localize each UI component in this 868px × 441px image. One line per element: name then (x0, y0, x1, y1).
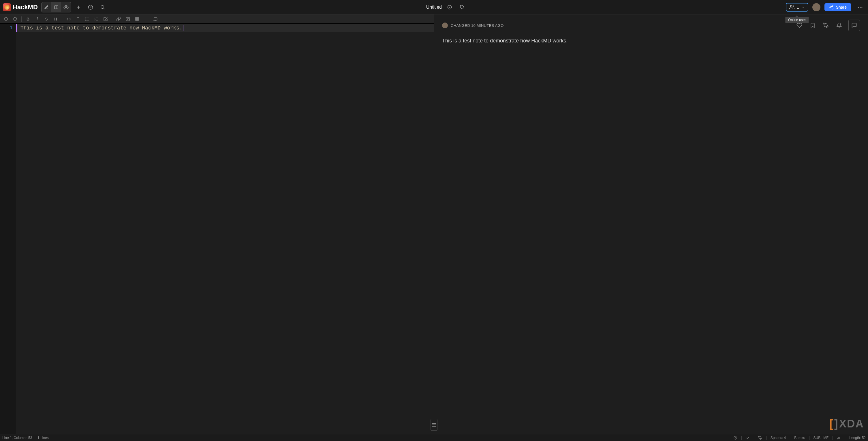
toolbar-divider (112, 17, 112, 22)
line-number: 1 (1, 25, 13, 31)
status-brush-button[interactable] (758, 436, 762, 440)
logo-icon (3, 3, 11, 11)
link-button[interactable] (115, 15, 123, 23)
preview-paragraph: This is a test note to demonstrate how H… (442, 37, 860, 45)
bold-button[interactable]: B (24, 15, 32, 23)
info-icon[interactable] (445, 2, 455, 12)
code-line[interactable]: This is a test note to demonstrate how H… (16, 24, 434, 32)
help-button[interactable] (86, 2, 95, 12)
more-menu-button[interactable] (855, 2, 865, 12)
theme-button[interactable] (822, 21, 830, 29)
preview-content: This is a test note to demonstrate how H… (434, 33, 868, 48)
svg-point-25 (85, 18, 85, 18)
code-area[interactable]: This is a test note to demonstrate how H… (16, 24, 434, 434)
status-check-button[interactable] (746, 436, 750, 440)
brand-logo[interactable]: HackMD (3, 3, 38, 11)
length-indicator: Length: 52 (849, 436, 866, 440)
svg-line-8 (103, 8, 104, 9)
comment-button[interactable] (151, 15, 159, 23)
new-note-button[interactable] (73, 2, 83, 12)
ul-button[interactable] (83, 15, 91, 23)
heading-button[interactable]: H (52, 15, 60, 23)
editor-pane: B I S H ” (0, 14, 434, 434)
users-icon (789, 5, 795, 10)
user-avatar[interactable] (812, 3, 820, 11)
table-button[interactable] (133, 15, 141, 23)
svg-point-15 (830, 7, 831, 8)
view-mode-switch (41, 2, 71, 12)
header-right: 1 Online user Share (786, 2, 865, 12)
comments-panel-button[interactable] (848, 20, 860, 31)
undo-button[interactable] (2, 15, 10, 23)
svg-point-2 (65, 6, 67, 8)
ol-button[interactable] (92, 15, 100, 23)
note-title[interactable]: Untitled (426, 5, 442, 10)
app-header: HackMD Untitled 1 Online (0, 0, 868, 14)
indent-mode[interactable]: Spaces: 4 (771, 436, 786, 440)
svg-line-17 (831, 7, 832, 8)
text-cursor (183, 25, 183, 31)
redo-button[interactable] (11, 15, 19, 23)
svg-point-20 (860, 7, 861, 7)
preview-meta: CHANGED 10 MINUTES AGO (442, 23, 504, 28)
toolbar-divider (62, 17, 62, 22)
svg-point-27 (85, 20, 85, 20)
svg-point-19 (858, 7, 859, 7)
chevron-down-icon (801, 5, 805, 9)
keymap-mode[interactable]: SUBLIME (813, 436, 829, 440)
watermark: [ ] XDA (829, 418, 864, 430)
status-bar: Line 1, Columns 53 — 1 Lines Spaces: 4 B… (0, 434, 868, 441)
view-mode-button[interactable] (61, 2, 71, 12)
image-button[interactable] (124, 15, 132, 23)
edit-mode-button[interactable] (41, 2, 51, 12)
subscribe-button[interactable] (835, 21, 843, 29)
online-users-button[interactable]: 1 Online user (786, 3, 808, 11)
quote-button[interactable]: ” (74, 15, 82, 23)
split-mode-button[interactable] (51, 2, 61, 12)
pane-toggle-handle[interactable] (431, 419, 437, 431)
brand-name: HackMD (13, 3, 38, 11)
editor-body[interactable]: 1 This is a test note to demonstrate how… (0, 24, 434, 434)
italic-button[interactable]: I (33, 15, 41, 23)
share-label: Share (836, 5, 847, 9)
svg-point-13 (790, 5, 792, 7)
format-toolbar: B I S H ” (0, 14, 434, 24)
share-button[interactable]: Share (825, 3, 851, 11)
header-center: Untitled (110, 2, 783, 12)
status-wrench-button[interactable] (837, 436, 841, 440)
main-split: B I S H ” (0, 14, 868, 434)
svg-line-18 (831, 6, 832, 7)
toolbar-divider (21, 17, 22, 22)
line-gutter: 1 (0, 24, 16, 434)
preview-pane: CHANGED 10 MINUTES AGO (434, 14, 868, 434)
svg-point-16 (832, 8, 833, 9)
spellcheck-button[interactable] (733, 436, 737, 440)
online-tooltip: Online user (785, 17, 809, 23)
changed-label: CHANGED 10 MINUTES AGO (451, 23, 504, 28)
svg-point-32 (127, 18, 127, 19)
bookmark-button[interactable] (809, 21, 817, 29)
online-count: 1 (797, 5, 799, 9)
svg-point-14 (832, 5, 833, 6)
code-button[interactable] (65, 15, 73, 23)
svg-rect-33 (135, 17, 139, 21)
hr-button[interactable] (142, 15, 150, 23)
tag-icon[interactable] (457, 2, 467, 12)
checklist-button[interactable] (101, 15, 110, 23)
status-position: Line 1, Columns 53 — 1 Lines (2, 436, 49, 440)
share-icon (829, 5, 834, 9)
linebreak-mode[interactable]: Breaks (794, 436, 805, 440)
strike-button[interactable]: S (42, 15, 51, 23)
svg-point-7 (101, 5, 104, 9)
svg-point-21 (861, 7, 862, 7)
search-button[interactable] (98, 2, 107, 12)
author-avatar[interactable] (442, 23, 448, 28)
